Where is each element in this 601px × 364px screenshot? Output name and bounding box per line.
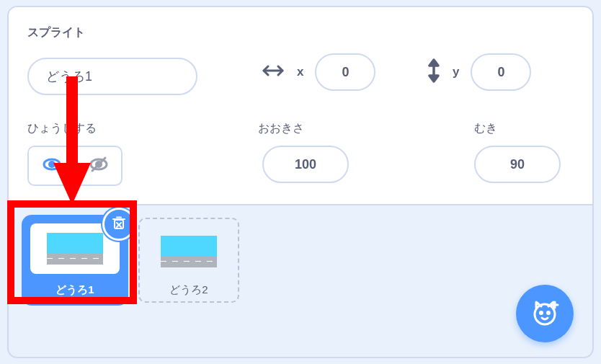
svg-marker-3 bbox=[429, 76, 438, 81]
y-group: y bbox=[427, 53, 531, 91]
cat-plus-icon bbox=[528, 296, 561, 332]
x-group: x bbox=[261, 53, 375, 91]
varrow-icon bbox=[427, 58, 441, 86]
svg-point-14 bbox=[535, 304, 555, 324]
size-input[interactable] bbox=[262, 146, 349, 183]
sprite-thumbnail bbox=[160, 232, 218, 271]
svg-point-15 bbox=[540, 312, 543, 314]
sprite-section-label: スプライト bbox=[27, 25, 85, 40]
x-label: x bbox=[297, 65, 303, 79]
delete-sprite-button[interactable] bbox=[102, 208, 135, 241]
eye-open-icon bbox=[41, 154, 63, 178]
size-label: おおきさ bbox=[258, 121, 304, 136]
svg-marker-2 bbox=[429, 60, 438, 66]
y-input[interactable] bbox=[471, 53, 531, 91]
sprite-tile-label: どうろ1 bbox=[25, 283, 125, 297]
show-label: ひょうじする bbox=[27, 121, 97, 136]
sprite-info-panel: スプライト x y ひょうじする おおきさ むき bbox=[7, 6, 594, 358]
visibility-hide-button[interactable] bbox=[76, 147, 121, 185]
sprite-tile-douro1[interactable]: どうろ1 bbox=[25, 218, 125, 303]
direction-input[interactable] bbox=[474, 146, 561, 183]
svg-point-16 bbox=[548, 312, 550, 314]
eye-off-icon bbox=[88, 154, 110, 178]
y-label: y bbox=[453, 65, 459, 79]
trash-icon bbox=[111, 215, 127, 234]
add-sprite-button[interactable] bbox=[516, 285, 574, 342]
sprite-info-area: スプライト x y ひょうじする おおきさ むき bbox=[9, 7, 592, 205]
sprite-name-input[interactable] bbox=[27, 58, 197, 95]
visibility-toggle bbox=[27, 146, 123, 186]
visibility-show-button[interactable] bbox=[29, 147, 74, 185]
svg-point-5 bbox=[49, 162, 54, 167]
x-input[interactable] bbox=[315, 53, 375, 91]
sprite-list: どうろ1 どうろ2 bbox=[25, 218, 239, 303]
harrow-icon bbox=[261, 63, 285, 81]
sprite-tile-label: どうろ2 bbox=[140, 283, 238, 297]
sprite-tile-douro2[interactable]: どうろ2 bbox=[138, 218, 239, 303]
direction-label: むき bbox=[474, 121, 497, 136]
